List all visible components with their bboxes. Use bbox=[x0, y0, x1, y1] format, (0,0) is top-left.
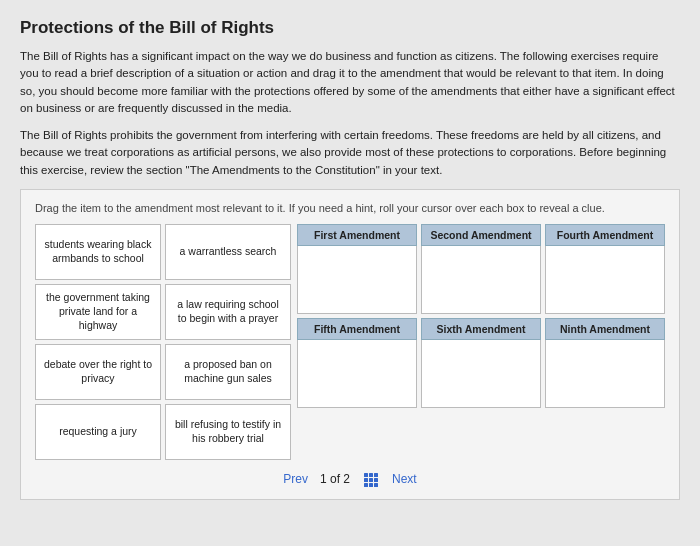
fifth-amendment-drop[interactable] bbox=[297, 340, 417, 408]
first-amendment-drop[interactable] bbox=[297, 246, 417, 314]
drag-instruction: Drag the item to the amendment most rele… bbox=[35, 202, 665, 214]
fifth-amendment-label: Fifth Amendment bbox=[297, 318, 417, 340]
drag-item-7[interactable]: bill refusing to testify in his robbery … bbox=[165, 404, 291, 460]
page-title: Protections of the Bill of Rights bbox=[20, 18, 680, 38]
fourth-amendment-drop[interactable] bbox=[545, 246, 665, 314]
exercise-area: Drag the item to the amendment most rele… bbox=[20, 189, 680, 500]
amendment-row-bottom: Fifth Amendment Sixth Amendment Ninth Am… bbox=[297, 318, 665, 408]
next-button[interactable]: Next bbox=[392, 472, 417, 486]
first-amendment-label: First Amendment bbox=[297, 224, 417, 246]
drag-item-2[interactable]: the government taking private land for a… bbox=[35, 284, 161, 340]
amendment-col-fifth: Fifth Amendment bbox=[297, 318, 417, 408]
amendment-row-top: First Amendment Second Amendment Fourth … bbox=[297, 224, 665, 314]
drop-zones-panel: First Amendment Second Amendment Fourth … bbox=[297, 224, 665, 460]
intro-paragraph-1: The Bill of Rights has a significant imp… bbox=[20, 48, 680, 117]
drag-items-panel: students wearing black armbands to schoo… bbox=[35, 224, 291, 460]
amendment-col-sixth: Sixth Amendment bbox=[421, 318, 541, 408]
amendment-col-first: First Amendment bbox=[297, 224, 417, 314]
ninth-amendment-label: Ninth Amendment bbox=[545, 318, 665, 340]
drag-item-1[interactable]: a warrantless search bbox=[165, 224, 291, 280]
drag-item-5[interactable]: a proposed ban on machine gun sales bbox=[165, 344, 291, 400]
second-amendment-drop[interactable] bbox=[421, 246, 541, 314]
pagination: Prev 1 of 2 Next bbox=[35, 472, 665, 487]
grid-icon bbox=[362, 472, 380, 487]
drag-item-6[interactable]: requesting a jury bbox=[35, 404, 161, 460]
drag-item-3[interactable]: a law requiring school to begin with a p… bbox=[165, 284, 291, 340]
sixth-amendment-label: Sixth Amendment bbox=[421, 318, 541, 340]
intro-paragraph-2: The Bill of Rights prohibits the governm… bbox=[20, 127, 680, 179]
ninth-amendment-drop[interactable] bbox=[545, 340, 665, 408]
main-grid: students wearing black armbands to schoo… bbox=[35, 224, 665, 460]
amendment-col-ninth: Ninth Amendment bbox=[545, 318, 665, 408]
fourth-amendment-label: Fourth Amendment bbox=[545, 224, 665, 246]
page-indicator: 1 of 2 bbox=[320, 472, 350, 486]
amendment-col-fourth: Fourth Amendment bbox=[545, 224, 665, 314]
drag-item-0[interactable]: students wearing black armbands to schoo… bbox=[35, 224, 161, 280]
amendment-col-second: Second Amendment bbox=[421, 224, 541, 314]
drag-item-4[interactable]: debate over the right to privacy bbox=[35, 344, 161, 400]
sixth-amendment-drop[interactable] bbox=[421, 340, 541, 408]
prev-button[interactable]: Prev bbox=[283, 472, 308, 486]
second-amendment-label: Second Amendment bbox=[421, 224, 541, 246]
